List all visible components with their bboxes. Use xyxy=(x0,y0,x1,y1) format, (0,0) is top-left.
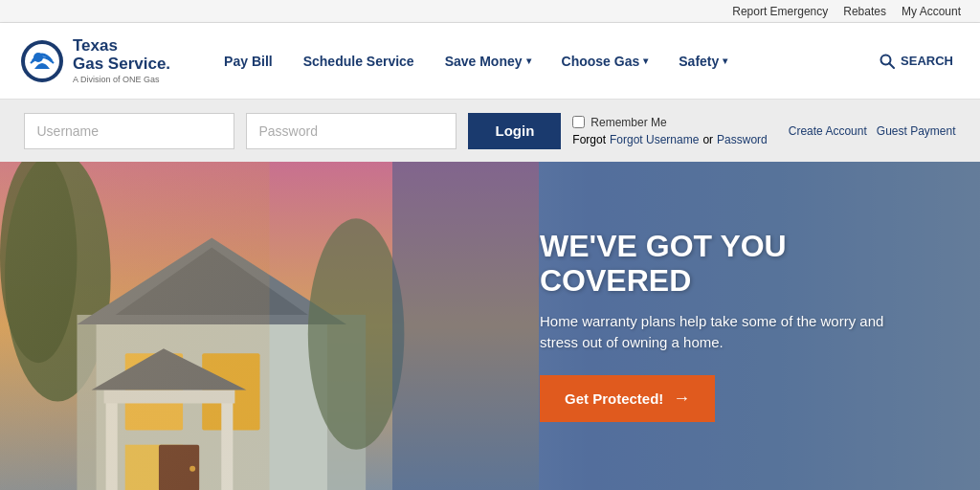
utility-bar: Report Emergency Rebates My Account xyxy=(0,0,980,23)
create-account-link[interactable]: Create Account xyxy=(789,124,867,138)
remember-me-label: Remember Me xyxy=(590,116,666,129)
remember-me-checkbox[interactable] xyxy=(572,116,585,128)
brand-name: TexasGas Service. xyxy=(73,37,170,73)
report-emergency-link[interactable]: Report Emergency xyxy=(732,5,828,18)
rebates-link[interactable]: Rebates xyxy=(843,5,886,18)
login-extras: Remember Me Forgot Forgot Username or Pa… xyxy=(572,116,767,146)
svg-line-4 xyxy=(889,63,894,68)
or-text: or xyxy=(702,133,713,146)
logo-link[interactable]: TexasGas Service. A Division of ONE Gas xyxy=(19,37,170,84)
svg-point-2 xyxy=(33,53,43,62)
logo-icon xyxy=(19,38,65,84)
login-right-links: Create Account Guest Payment xyxy=(789,124,956,138)
svg-rect-22 xyxy=(0,162,270,490)
save-money-chevron-icon: ▾ xyxy=(526,56,531,66)
hero-cta-arrow-icon: → xyxy=(673,389,690,409)
hero-cta-label: Get Protected! xyxy=(565,390,663,407)
search-label: SEARCH xyxy=(901,54,953,68)
safety-chevron-icon: ▾ xyxy=(723,56,727,66)
login-button[interactable]: Login xyxy=(468,113,561,149)
hero-subtitle: Home warranty plans help take some of th… xyxy=(540,311,903,354)
username-input[interactable] xyxy=(24,113,234,149)
choose-gas-chevron-icon: ▾ xyxy=(643,56,648,66)
forgot-links-row: Forgot Forgot Username or Password xyxy=(572,133,767,146)
nav-schedule-service[interactable]: Schedule Service xyxy=(288,44,430,78)
forgot-label: Forgot xyxy=(572,133,606,146)
nav-links: Pay Bill Schedule Service Save Money ▾ C… xyxy=(209,44,872,78)
hero-cta-button[interactable]: Get Protected! → xyxy=(540,375,715,422)
hero-content: WE'VE GOT YOU COVERED Home warranty plan… xyxy=(540,230,903,421)
main-nav: TexasGas Service. A Division of ONE Gas … xyxy=(0,23,980,100)
hero-section: WE'VE GOT YOU COVERED Home warranty plan… xyxy=(0,162,980,490)
nav-choose-gas[interactable]: Choose Gas ▾ xyxy=(546,44,664,78)
nav-pay-bill[interactable]: Pay Bill xyxy=(209,44,288,78)
nav-safety[interactable]: Safety ▾ xyxy=(663,44,743,78)
svg-point-1 xyxy=(25,44,59,78)
forgot-password-link[interactable]: Password xyxy=(717,133,768,146)
svg-point-21 xyxy=(308,218,405,449)
my-account-link[interactable]: My Account xyxy=(902,5,961,18)
guest-payment-link[interactable]: Guest Payment xyxy=(877,124,956,138)
login-bar: Login Remember Me Forgot Forgot Username… xyxy=(0,100,980,162)
password-input[interactable] xyxy=(246,113,457,149)
hero-title: WE'VE GOT YOU COVERED xyxy=(540,230,903,297)
forgot-username-link[interactable]: Forgot Username xyxy=(610,133,699,146)
brand-sub: A Division of ONE Gas xyxy=(73,75,170,84)
nav-save-money[interactable]: Save Money ▾ xyxy=(430,44,546,78)
logo-text: TexasGas Service. A Division of ONE Gas xyxy=(73,37,170,84)
search-icon xyxy=(880,54,895,69)
search-area[interactable]: SEARCH xyxy=(872,54,961,69)
remember-me-row: Remember Me xyxy=(572,116,767,129)
